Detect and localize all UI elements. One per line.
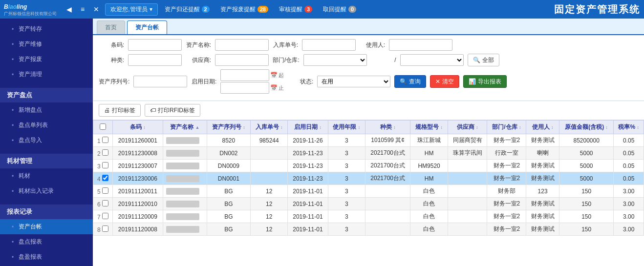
input-date-start[interactable] [220,69,269,81]
th-user[interactable]: 使用人 ↕ [526,121,559,134]
th-amount[interactable]: 原值金额(含税) ↕ [559,121,614,134]
table-row[interactable]: 4 201911230006 ████████ DN0001 2019-11-2… [93,172,644,185]
sidebar-header-consumable: 耗材管理 [0,154,93,168]
td-type: 2021700台式 [365,172,410,185]
select-subdept[interactable] [400,54,464,66]
table-row[interactable]: 6 201911120010 ████████ BG 12 2019-11-01… [93,198,644,210]
th-name[interactable]: 资产名称 ▲ [163,121,207,134]
td-tax: 0.05 [614,172,644,185]
sidebar-item-consumable[interactable]: 耗材 [0,168,93,184]
input-category[interactable] [128,54,182,66]
sidebar-item-stocktake-import[interactable]: 盘点导入 [0,133,93,148]
th-type[interactable]: 种类 ↕ [365,121,410,134]
tab-home[interactable]: 首页 [97,20,125,34]
sidebar-item-stocktake-list[interactable]: 盘点单列表 [0,118,93,133]
sidebar-item-stocktake-report[interactable]: 盘点报表 [0,234,93,249]
td-amount: 150 [559,210,614,223]
table-row[interactable]: 3 201911230007 ████████ DN0009 2019-11-2… [93,160,644,172]
th-serial[interactable]: 资产序列号 ↕ [207,121,250,134]
all-button[interactable]: 🔍 全部 [468,54,499,66]
td-spec: 白色 [410,185,448,198]
select-all-checkbox[interactable] [100,123,106,130]
sidebar-item-asset-clear[interactable]: 资产清理 [0,67,93,82]
td-order: 985244 [251,134,288,147]
row-checkbox[interactable] [102,149,108,156]
td-dept: 财务一室2 [487,134,526,147]
td-barcode: 201911120008 [112,223,163,236]
calendar-icon-end: 📅 [270,84,278,91]
close-button[interactable]: ✕ [90,4,102,15]
row-checkbox[interactable] [102,200,108,206]
row-checkbox[interactable] [102,137,108,143]
sidebar-item-asset-maintain[interactable]: 资产维修 [0,37,93,52]
th-barcode[interactable]: 条码 ↕ [112,121,163,134]
input-order-num[interactable] [302,39,356,51]
sidebar-item-consumable-record[interactable]: 耗材出入记录 [0,184,93,199]
sidebar-item-asset-transfer[interactable]: 资产转存 [0,21,93,37]
input-barcode[interactable] [128,39,182,51]
th-years[interactable]: 使用年限 ↕ [328,121,365,134]
print-tag-button[interactable]: 🖨 打印标签 [99,104,141,117]
td-serial: BG [207,198,250,210]
input-user[interactable] [389,39,452,51]
th-date[interactable]: 启用日期 ↕ [288,121,328,134]
th-spec[interactable]: 规格型号 ↕ [410,121,448,134]
notify-btn-3[interactable]: 审核提醒 3 [275,4,316,15]
row-checkbox[interactable] [102,225,108,232]
select-status[interactable]: 在用 [317,76,390,87]
print-icon: 🖨 [104,107,110,114]
table-row[interactable]: 2 201911230008 ████████ DN002 2019-11-23… [93,147,644,160]
td-serial: BG [207,185,250,198]
select-dept[interactable] [303,54,367,66]
row-checkbox[interactable] [102,175,108,181]
td-spec: HM [410,172,448,185]
td-barcode: 201911120011 [112,185,163,198]
sidebar-header-stocktake: 资产盘点 [0,88,93,102]
notify-btn-2[interactable]: 资产报废提醒 28 [216,4,272,15]
notify-btn-4[interactable]: 取回提醒 0 [319,4,360,15]
table-row[interactable]: 7 201911120009 ████████ BG 12 2019-11-01… [93,210,644,223]
input-supplier[interactable] [215,54,269,66]
td-type [365,210,410,223]
row-checkbox[interactable] [102,187,108,194]
th-tax[interactable]: 税率% ↕ [614,121,644,134]
clear-button[interactable]: ✕ 清空 [430,75,459,88]
td-name: ████████ [163,134,207,147]
td-order [251,160,288,172]
sidebar-item-new-stocktake[interactable]: 新增盘点 [0,102,93,118]
table-row[interactable]: 8 201911120008 ████████ BG 12 2019-11-01… [93,223,644,236]
notify-label-3: 审核提醒 [279,5,302,14]
notify-btn-1[interactable]: 资产归还提醒 2 [161,4,214,15]
sidebar-item-asset-ledger[interactable]: 资产台帐 [0,219,93,234]
input-asset-name[interactable] [215,39,269,51]
row-checkbox[interactable] [102,213,108,219]
label-status: 状态: [288,78,313,86]
td-type: 2021700台式 [365,160,410,172]
td-dept: 财务一室2 [487,160,526,172]
back-button[interactable]: ◀ [64,4,75,15]
table-row[interactable]: 5 201911120011 ████████ BG 12 2019-11-01… [93,185,644,198]
sidebar-item-surplus-report[interactable]: 盘盈报表 [0,249,93,265]
user-button[interactable]: 欢迎您,管理员 ▾ [105,3,157,16]
td-date: 2019-11-01 [288,223,328,236]
th-supplier[interactable]: 供应商 ↕ [448,121,487,134]
query-button[interactable]: 🔍 查询 [394,75,426,88]
th-order[interactable]: 入库单号 ↕ [251,121,288,134]
td-checkbox: 4 [93,172,113,185]
sidebar-item-asset-scrap[interactable]: 资产报废 [0,52,93,67]
label-date: 启用日期: [191,78,216,86]
input-date-end[interactable] [220,82,269,94]
input-serial[interactable] [133,76,187,87]
td-spec: HM [410,147,448,160]
td-user: 财务测试 [526,198,559,210]
table-header-row: 条码 ↕ 资产名称 ▲ 资产序列号 ↕ 入库单号 ↕ 启用日期 ↕ 使用年限 ↕… [93,121,644,134]
tab-asset-ledger[interactable]: 资产台帐 [127,20,167,34]
export-button[interactable]: 📊 导出报表 [463,75,507,88]
row-checkbox[interactable] [102,162,108,168]
print-rfid-button[interactable]: 🏷 打印RFID标签 [145,104,200,117]
table-row[interactable]: 1 201911260001 ████████ 8520 985244 2019… [93,134,644,147]
td-checkbox: 1 [93,134,113,147]
action-bar: 🖨 打印标签 🏷 打印RFID标签 [93,101,644,120]
th-dept[interactable]: 部门/仓库 ↕ [487,121,526,134]
menu-button[interactable]: ≡ [78,4,87,15]
